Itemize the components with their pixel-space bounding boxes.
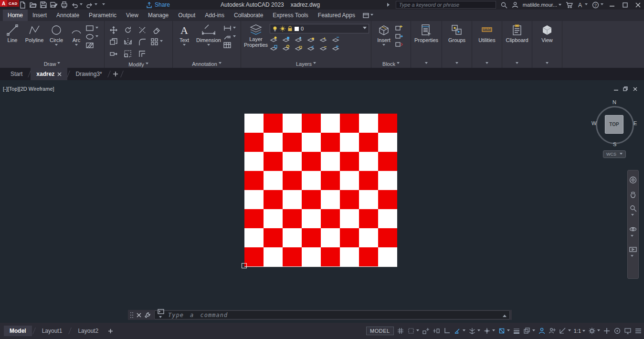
chevron-down-icon[interactable] <box>75 44 78 47</box>
viewcube-east[interactable]: E <box>633 120 637 126</box>
view-button[interactable]: View <box>534 22 560 43</box>
properties-button[interactable]: Properties <box>413 22 440 43</box>
fillet-icon[interactable] <box>138 38 147 46</box>
qat-customize-icon[interactable] <box>101 3 105 7</box>
grid-display-icon[interactable] <box>397 327 404 335</box>
maximize-button[interactable] <box>621 1 629 9</box>
tab-manage[interactable]: Manage <box>143 10 173 21</box>
chevron-down-icon[interactable] <box>207 44 210 47</box>
minimize-button[interactable] <box>608 1 616 9</box>
create-block-icon[interactable] <box>395 25 403 31</box>
arc-tool[interactable]: Arc <box>68 22 85 47</box>
plot-icon[interactable] <box>61 1 68 8</box>
viewport-minimize-icon[interactable] <box>614 87 618 91</box>
groups-button[interactable]: Groups <box>444 22 470 43</box>
showmotion-icon[interactable] <box>629 246 637 260</box>
zoom-icon[interactable] <box>630 205 637 219</box>
viewcube-top-face[interactable]: TOP <box>605 115 623 134</box>
layer-properties-button[interactable]: Layer Properties <box>243 22 269 48</box>
hatch-tool[interactable] <box>86 42 98 49</box>
layout1-tab[interactable]: Layout1 <box>36 326 68 336</box>
viewport-controls[interactable]: [-][Top][2D Wireframe] <box>3 86 54 92</box>
panel-label-utilities[interactable] <box>472 60 502 68</box>
layer-isolate-icon[interactable] <box>282 36 290 42</box>
file-tab-xadrez[interactable]: xadrez <box>31 68 67 80</box>
panel-label-groups[interactable] <box>442 60 472 68</box>
copy-icon[interactable] <box>109 38 118 46</box>
scale-icon[interactable] <box>124 50 132 58</box>
workspace-gear-icon[interactable] <box>588 327 600 335</box>
isometric-drafting-icon[interactable] <box>468 327 480 335</box>
viewcube[interactable]: N W E S TOP WCS <box>593 99 636 161</box>
circle-tool[interactable]: Circle <box>46 22 67 47</box>
lineweight-icon[interactable] <box>513 327 520 335</box>
panel-label-layers[interactable]: Layers <box>241 60 371 68</box>
isolate-objects-icon[interactable] <box>613 327 621 335</box>
ellipse-tool[interactable] <box>86 33 98 40</box>
signed-in-user[interactable]: matilde.mour... <box>523 2 561 8</box>
panel-label-block[interactable]: Block <box>371 60 411 68</box>
viewcube-south[interactable]: S <box>613 141 616 147</box>
ribbon-display-options-icon[interactable] <box>363 10 373 21</box>
tab-collaborate[interactable]: Collaborate <box>229 10 268 21</box>
expand-caret-icon[interactable] <box>387 3 391 7</box>
panel-label-modify[interactable]: Modify <box>105 61 172 68</box>
rectangle-tool[interactable] <box>86 25 98 32</box>
polar-tracking-icon[interactable] <box>454 327 465 335</box>
layer-dropdown[interactable]: 0 <box>270 24 369 33</box>
customize-icon[interactable] <box>634 328 642 334</box>
snap-mode-icon[interactable] <box>407 327 419 335</box>
file-tab-start[interactable]: Start <box>5 68 28 80</box>
layer-unlock-icon[interactable] <box>295 45 302 51</box>
tab-output[interactable]: Output <box>173 10 200 21</box>
graphics-performance-icon[interactable] <box>624 327 632 335</box>
undo-icon[interactable] <box>71 2 83 8</box>
dynamic-input-icon[interactable] <box>433 327 440 335</box>
ortho-mode-icon[interactable] <box>443 327 451 335</box>
tab-addins[interactable]: Add-ins <box>200 10 229 21</box>
selection-cycling-icon[interactable] <box>523 327 535 335</box>
model-tab[interactable]: Model <box>4 326 32 336</box>
recent-commands-icon[interactable] <box>158 309 164 321</box>
close-tab-icon[interactable] <box>57 72 62 76</box>
layer-match-icon[interactable] <box>332 36 339 42</box>
tab-view[interactable]: View <box>121 10 143 21</box>
offset-icon[interactable] <box>138 50 147 58</box>
layout2-tab[interactable]: Layout2 <box>72 326 104 336</box>
viewport-close-icon[interactable] <box>633 87 637 91</box>
chevron-down-icon[interactable] <box>55 44 58 47</box>
drawing-viewport[interactable]: [-][Top][2D Wireframe] N W E S TOP WCS <box>0 80 644 323</box>
rotate-icon[interactable] <box>124 26 132 34</box>
command-close-icon[interactable] <box>137 313 141 318</box>
redo-icon[interactable] <box>86 2 97 8</box>
write-block-icon[interactable] <box>395 33 403 39</box>
layer-previous-icon[interactable] <box>307 45 315 51</box>
annotation-monitor-icon[interactable] <box>603 327 611 335</box>
dimension-tool[interactable]: Dimension <box>195 22 222 47</box>
line-tool[interactable]: Line <box>2 22 23 43</box>
tab-featured-apps[interactable]: Featured Apps <box>313 10 360 21</box>
new-file-icon[interactable] <box>19 1 26 9</box>
text-tool[interactable]: A Text <box>175 22 194 47</box>
panel-label-draw[interactable]: Draw <box>0 60 104 68</box>
osnap-tracking-icon[interactable] <box>483 327 495 335</box>
search-input[interactable]: Type a keyword or phrase <box>396 1 496 9</box>
layer-off-icon[interactable] <box>270 36 277 42</box>
block-attributes-icon[interactable] <box>395 41 403 47</box>
command-input[interactable]: Type a command <box>154 310 510 319</box>
save-icon[interactable] <box>40 1 47 8</box>
trim-icon[interactable] <box>138 26 147 34</box>
linear-dimension-icon[interactable] <box>223 25 236 32</box>
tab-home[interactable]: Home <box>3 10 28 21</box>
orbit-icon[interactable] <box>629 225 637 240</box>
move-icon[interactable] <box>109 26 118 34</box>
tab-annotate[interactable]: Annotate <box>52 10 84 21</box>
infer-constraints-icon[interactable] <box>422 327 430 335</box>
new-layout-button[interactable] <box>105 325 116 337</box>
autodesk-account-icon[interactable]: A <box>577 2 588 8</box>
insert-block-tool[interactable]: Insert <box>373 22 394 47</box>
command-expand-icon[interactable] <box>503 313 507 317</box>
panel-label-view[interactable] <box>532 60 562 68</box>
tab-parametric[interactable]: Parametric <box>84 10 121 21</box>
grip-point[interactable] <box>242 263 247 268</box>
